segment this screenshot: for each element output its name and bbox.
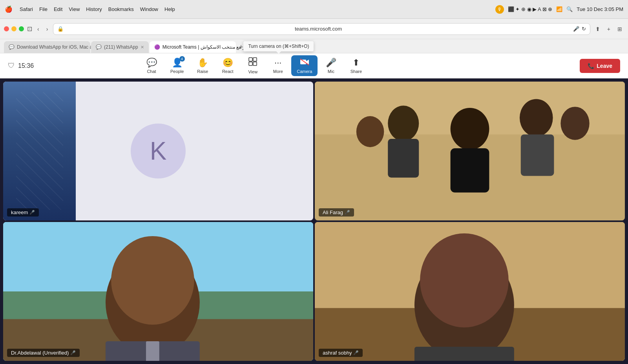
view-button[interactable]: View	[241, 55, 265, 76]
ali-farag-name: Ali Farag	[323, 209, 343, 215]
react-label: React	[222, 69, 234, 74]
react-button[interactable]: 😊 React	[216, 55, 239, 76]
call-timer: 🛡 15:36	[8, 62, 34, 70]
svg-rect-11	[388, 139, 419, 178]
mic-permission-icon: 🎤	[573, 26, 579, 32]
sidebar-toggle-button[interactable]: ⊡	[27, 25, 32, 33]
tab-label: (211) WhatsApp	[104, 44, 138, 50]
svg-rect-4	[300, 60, 306, 64]
more-button[interactable]: ··· More	[266, 55, 290, 76]
share-icon: ⬆	[352, 58, 360, 68]
raise-icon: ✋	[197, 58, 208, 68]
participant-kareem: K kareem 🎤	[3, 82, 313, 220]
dr-abdelawal-label: Dr.Abdelawal (Unverified) 🎤	[7, 349, 80, 357]
raise-label: Raise	[197, 69, 208, 74]
share-screen-button[interactable]: ⬆ Share	[344, 55, 368, 76]
svg-rect-1	[253, 58, 257, 61]
more-label: More	[273, 69, 283, 74]
back-button[interactable]: ‹	[35, 25, 41, 33]
svg-point-8	[451, 108, 489, 150]
wifi-icon: 📶	[556, 6, 562, 12]
people-icon: 👤 4	[172, 58, 183, 68]
menu-bookmarks[interactable]: Bookmarks	[108, 6, 134, 12]
menu-view[interactable]: View	[69, 6, 80, 12]
url-bar[interactable]: 🔒 teams.microsoft.com 🎤 ↻	[53, 23, 590, 35]
mic-label: Mic	[328, 69, 334, 74]
menu-safari[interactable]: Safari	[20, 6, 33, 12]
sidebar-panel-button[interactable]: ⊞	[615, 25, 624, 33]
more-icon: ···	[274, 58, 281, 68]
phone-icon: 📞	[588, 63, 594, 69]
ashraf-sobhy-label: ashraf sobhy 🎤	[319, 349, 363, 357]
camera-button[interactable]: Camera	[291, 55, 318, 76]
ashraf-sobhy-mic-icon: 🎤	[353, 350, 359, 355]
shield-icon: 🛡	[8, 62, 15, 70]
mic-icon: 🎤	[326, 58, 336, 68]
leave-label: Leave	[597, 63, 612, 69]
people-badge: 4	[179, 56, 185, 62]
svg-rect-9	[451, 148, 489, 193]
camera-label: Camera	[297, 69, 312, 74]
mac-menu-bar: Safari File Edit View History Bookmarks …	[20, 6, 175, 12]
camera-icon	[300, 58, 309, 68]
participant-ashraf-sobhy: ashraf sobhy 🎤	[315, 222, 625, 361]
chat-button[interactable]: 💬 Chat	[140, 55, 163, 76]
leave-call-button[interactable]: 📞 Leave	[580, 59, 620, 73]
video-grid: K kareem 🎤	[0, 78, 628, 364]
teams-interface: 🛡 15:36 💬 Chat 👤 4 People ✋ Raise	[0, 53, 628, 364]
teams-controls-bar: 🛡 15:36 💬 Chat 👤 4 People ✋ Raise	[0, 53, 628, 78]
react-icon: 😊	[223, 58, 233, 68]
forward-button[interactable]: ›	[44, 25, 50, 33]
svg-point-26	[420, 233, 509, 328]
tab-close-button[interactable]: ✕	[141, 45, 144, 50]
svg-point-20	[111, 236, 194, 325]
raise-hand-button[interactable]: ✋ Raise	[191, 55, 214, 76]
chat-label: Chat	[147, 69, 156, 74]
view-label: View	[248, 69, 257, 74]
kareem-name: kareem	[11, 209, 28, 215]
meeting-controls: 💬 Chat 👤 4 People ✋ Raise 😊 React	[140, 55, 368, 76]
share-button[interactable]: ⬆	[593, 25, 602, 33]
ali-farag-label: Ali Farag 🎤	[319, 208, 354, 217]
ashraf-sobhy-video	[315, 222, 625, 361]
new-tab-button[interactable]: +	[605, 25, 612, 33]
menu-file[interactable]: File	[39, 6, 47, 12]
minimize-window-button[interactable]	[11, 26, 16, 31]
tab-whatsapp-211[interactable]: 💬 (211) WhatsApp ✕	[91, 41, 149, 53]
menu-history[interactable]: History	[86, 6, 102, 12]
kareem-avatar: K	[131, 124, 186, 178]
menu-window[interactable]: Window	[140, 6, 158, 12]
menu-help[interactable]: Help	[164, 6, 175, 12]
chat-icon: 💬	[146, 58, 157, 68]
browser-toolbar: ⬆ + ⊞	[593, 25, 624, 33]
people-button[interactable]: 👤 4 People	[165, 55, 189, 76]
ashraf-sobhy-name: ashraf sobhy	[323, 350, 352, 356]
kareem-label: kareem 🎤	[7, 208, 39, 217]
window-controls[interactable]	[4, 26, 24, 31]
reload-button[interactable]: ↻	[582, 26, 586, 32]
people-label: People	[170, 69, 184, 74]
maximize-window-button[interactable]	[19, 26, 24, 31]
svg-rect-3	[253, 62, 257, 66]
ali-farag-video	[315, 82, 625, 220]
browser-chrome: ⊡ ‹ › 🔒 teams.microsoft.com 🎤 ↻ ⬆ + ⊞	[0, 19, 628, 39]
svg-rect-2	[249, 62, 252, 66]
svg-point-15	[356, 116, 384, 147]
camera-tooltip: Turn camera on (⌘+Shift+O)	[243, 41, 314, 51]
close-window-button[interactable]	[4, 26, 9, 31]
ali-farag-mic-icon: 🎤	[345, 210, 350, 215]
apple-logo-icon: 🍎	[5, 5, 13, 13]
tab-teams[interactable]: 🟣 Microsoft Teams | لقاء الوزير مع منتخب…	[150, 41, 236, 53]
tab-whatsapp-download[interactable]: 💬 Download WhatsApp for iOS, Mac and PC	[4, 41, 90, 53]
participant-ali-farag: Ali Farag 🎤	[315, 82, 625, 220]
svg-rect-0	[249, 58, 252, 61]
whatsapp-icon: 💬	[9, 44, 15, 50]
whatsapp-icon: 💬	[96, 44, 102, 50]
svg-point-10	[388, 106, 419, 141]
background-panel	[3, 82, 76, 220]
system-icons: ⬛ ✦ ⊕ ◉ ▶ A ⊠ ⊕	[508, 6, 553, 12]
view-icon	[248, 57, 257, 68]
menu-edit[interactable]: Edit	[54, 6, 62, 12]
mic-button[interactable]: 🎤 Mic	[319, 55, 343, 76]
svg-rect-22	[146, 341, 159, 361]
